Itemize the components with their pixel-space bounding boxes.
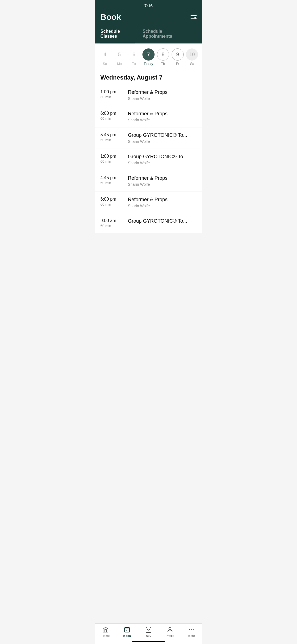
- class-name-6: Group GYROTONIC® To...: [128, 218, 197, 224]
- filter-knob-2: [194, 17, 196, 18]
- day-item-6[interactable]: 6 Tu: [128, 48, 140, 66]
- day-name-th: Th: [161, 62, 165, 66]
- class-name-0: Reformer & Props: [128, 89, 197, 95]
- day-item-4[interactable]: 4 Su: [99, 48, 111, 66]
- time-duration-3: 60 min: [100, 159, 128, 163]
- time-duration-5: 60 min: [100, 202, 128, 206]
- day-item-10[interactable]: 10 Sa: [186, 48, 198, 66]
- day-number-7: 7: [142, 48, 155, 61]
- day-number-6: 6: [128, 48, 140, 61]
- status-time: 7:16: [144, 3, 153, 8]
- day-item-7[interactable]: 7 Today: [142, 48, 155, 66]
- class-instructor-2: Sharin Wolfe: [128, 139, 197, 144]
- day-name-su: Su: [103, 62, 107, 66]
- time-duration-2: 60 min: [100, 138, 128, 142]
- time-duration-1: 60 min: [100, 116, 128, 121]
- day-number-4: 4: [99, 48, 111, 61]
- time-block-5: 6:00 pm 60 min: [100, 197, 128, 206]
- filter-knob-1: [193, 15, 195, 16]
- class-name-3: Group GYROTONIC® To...: [128, 154, 197, 160]
- class-info-4: Reformer & Props Sharin Wolfe: [128, 175, 197, 187]
- day-name-mo: Mo: [117, 62, 122, 66]
- time-duration-0: 60 min: [100, 95, 128, 99]
- header: Book: [95, 10, 202, 26]
- schedule-item-0[interactable]: 1:00 pm 60 min Reformer & Props Sharin W…: [95, 84, 202, 106]
- page-title: Book: [100, 12, 121, 22]
- tabs-bar: Schedule Classes Schedule Appointments: [95, 26, 202, 43]
- day-number-10: 10: [186, 48, 198, 61]
- time-duration-6: 60 min: [100, 224, 128, 228]
- time-block-4: 4:45 pm 60 min: [100, 175, 128, 185]
- class-info-1: Reformer & Props Sharin Wolfe: [128, 111, 197, 122]
- status-bar: 7:16: [95, 0, 202, 10]
- time-block-0: 1:00 pm 60 min: [100, 89, 128, 99]
- class-name-4: Reformer & Props: [128, 175, 197, 181]
- calendar-strip: 4 Su 5 Mo 6 Tu 7 Today 8 Th 9 Fr 10 Sa: [95, 43, 202, 70]
- schedule-item-2[interactable]: 5:45 pm 60 min Group GYROTONIC® To... Sh…: [95, 127, 202, 149]
- class-info-6: Group GYROTONIC® To...: [128, 218, 197, 225]
- class-instructor-3: Sharin Wolfe: [128, 161, 197, 165]
- day-item-9[interactable]: 9 Fr: [172, 48, 184, 66]
- time-block-2: 5:45 pm 60 min: [100, 132, 128, 142]
- day-item-8[interactable]: 8 Th: [157, 48, 169, 66]
- class-info-5: Reformer & Props Sharin Wolfe: [128, 197, 197, 208]
- date-heading: Wednesday, August 7: [95, 70, 202, 84]
- day-item-5[interactable]: 5 Mo: [113, 48, 125, 66]
- schedule-list: 1:00 pm 60 min Reformer & Props Sharin W…: [95, 84, 202, 233]
- filter-icon[interactable]: [191, 15, 197, 19]
- time-main-2: 5:45 pm: [100, 132, 128, 137]
- schedule-item-1[interactable]: 6:00 pm 60 min Reformer & Props Sharin W…: [95, 106, 202, 127]
- day-name-today: Today: [144, 62, 153, 66]
- class-instructor-5: Sharin Wolfe: [128, 204, 197, 208]
- schedule-item-6[interactable]: 9:00 am 60 min Group GYROTONIC® To...: [95, 213, 202, 233]
- class-info-3: Group GYROTONIC® To... Sharin Wolfe: [128, 154, 197, 165]
- time-main-5: 6:00 pm: [100, 197, 128, 202]
- day-name-fr: Fr: [176, 62, 179, 66]
- time-duration-4: 60 min: [100, 181, 128, 185]
- tab-schedule-appointments[interactable]: Schedule Appointments: [143, 26, 189, 43]
- time-block-3: 1:00 pm 60 min: [100, 154, 128, 163]
- time-main-0: 1:00 pm: [100, 89, 128, 94]
- day-number-5: 5: [113, 48, 125, 61]
- filter-bar-3: [191, 18, 197, 19]
- class-name-2: Group GYROTONIC® To...: [128, 132, 197, 138]
- class-info-2: Group GYROTONIC® To... Sharin Wolfe: [128, 132, 197, 144]
- class-instructor-4: Sharin Wolfe: [128, 182, 197, 187]
- time-main-6: 9:00 am: [100, 218, 128, 223]
- time-block-6: 9:00 am 60 min: [100, 218, 128, 228]
- day-name-tu: Tu: [132, 62, 136, 66]
- time-main-1: 6:00 pm: [100, 111, 128, 116]
- schedule-item-3[interactable]: 1:00 pm 60 min Group GYROTONIC® To... Sh…: [95, 149, 202, 170]
- main-content: 4 Su 5 Mo 6 Tu 7 Today 8 Th 9 Fr 10 Sa W…: [95, 43, 202, 260]
- tab-schedule-classes[interactable]: Schedule Classes: [100, 26, 135, 43]
- class-info-0: Reformer & Props Sharin Wolfe: [128, 89, 197, 101]
- day-number-8: 8: [157, 48, 169, 61]
- class-instructor-1: Sharin Wolfe: [128, 118, 197, 122]
- class-name-1: Reformer & Props: [128, 111, 197, 117]
- time-main-4: 4:45 pm: [100, 175, 128, 180]
- class-name-5: Reformer & Props: [128, 197, 197, 203]
- day-name-sa: Sa: [190, 62, 194, 66]
- time-main-3: 1:00 pm: [100, 154, 128, 159]
- day-number-9: 9: [172, 48, 184, 61]
- schedule-item-4[interactable]: 4:45 pm 60 min Reformer & Props Sharin W…: [95, 170, 202, 192]
- class-instructor-0: Sharin Wolfe: [128, 96, 197, 101]
- time-block-1: 6:00 pm 60 min: [100, 111, 128, 121]
- schedule-item-5[interactable]: 6:00 pm 60 min Reformer & Props Sharin W…: [95, 192, 202, 213]
